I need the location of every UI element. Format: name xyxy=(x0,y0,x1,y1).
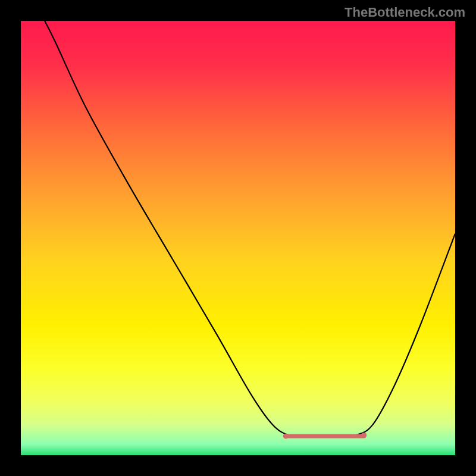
curve-layer xyxy=(21,21,455,455)
bottleneck-curve xyxy=(45,21,455,437)
watermark-text: TheBottleneck.com xyxy=(345,5,465,20)
range-endpoint-marker xyxy=(361,433,367,438)
plot-area xyxy=(21,21,455,455)
chart-container: TheBottleneck.com xyxy=(0,0,476,476)
range-endpoint-marker xyxy=(283,433,289,439)
